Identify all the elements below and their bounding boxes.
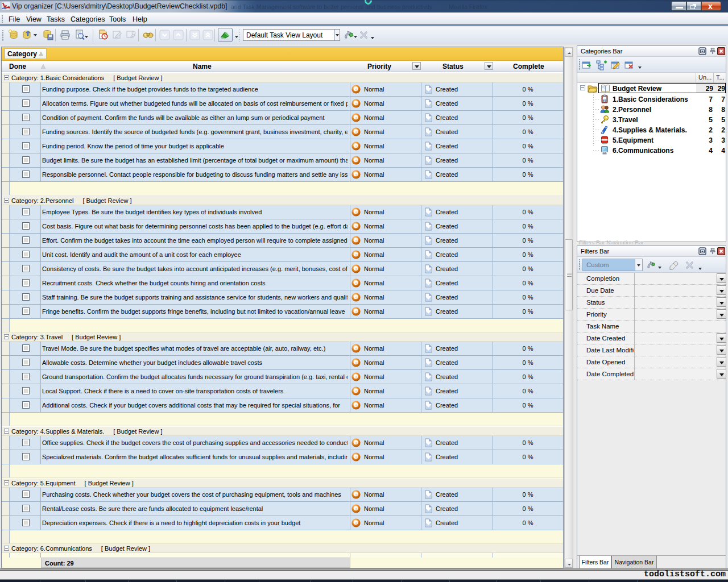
svg-text:5: 5 <box>603 99 605 102</box>
